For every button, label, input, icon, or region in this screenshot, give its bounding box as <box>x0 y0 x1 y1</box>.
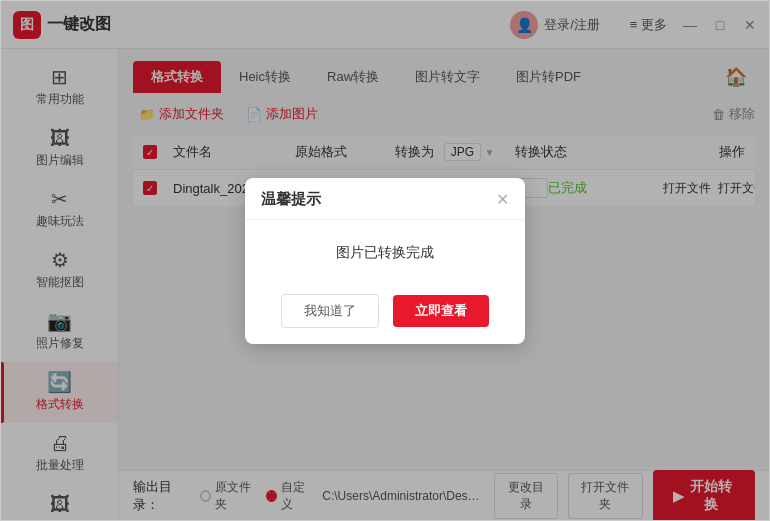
dialog-box: 温馨提示 ✕ 图片已转换完成 我知道了 立即查看 <box>245 178 525 344</box>
dialog-title: 温馨提示 <box>261 190 321 209</box>
dialog-overlay: 温馨提示 ✕ 图片已转换完成 我知道了 立即查看 <box>1 1 769 520</box>
dialog-message: 图片已转换完成 <box>336 244 434 260</box>
dialog-confirm-button[interactable]: 立即查看 <box>393 295 489 327</box>
dialog-footer: 我知道了 立即查看 <box>245 282 525 344</box>
app-window: 图 一键改图 👤 登录/注册 ≡ 更多 — □ ✕ ⊞ 常用功能 🖼 <box>0 0 770 521</box>
dialog-header: 温馨提示 ✕ <box>245 178 525 220</box>
dialog-close-button[interactable]: ✕ <box>496 190 509 209</box>
dialog-body: 图片已转换完成 <box>245 220 525 282</box>
dialog-cancel-button[interactable]: 我知道了 <box>281 294 379 328</box>
